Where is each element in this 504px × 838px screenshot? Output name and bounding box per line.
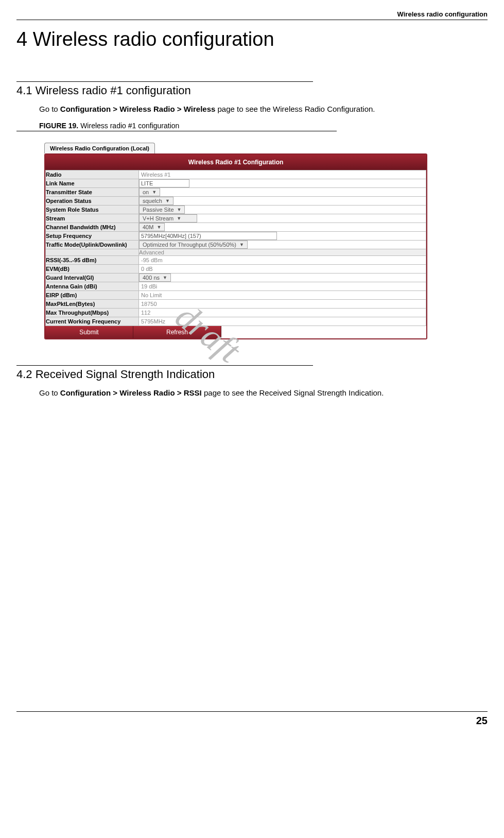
chevron-down-icon: ▼ [177, 216, 181, 221]
chevron-down-icon: ▼ [157, 225, 161, 230]
row-linkname: Link Name [46, 179, 426, 188]
label-evm: EVM(dB) [46, 265, 139, 273]
input-linkname[interactable] [139, 179, 189, 187]
value-gain: 19 dBi [139, 282, 159, 290]
value-rssi: -95 dBm [139, 256, 165, 264]
page-number: 25 [476, 715, 488, 726]
row-gi: Guard Interval(GI) 400 ns▼ [46, 273, 426, 282]
section-rule [16, 81, 313, 82]
section-41-title: 4.1 Wireless radio #1 configuration [16, 84, 488, 97]
label-radio: Radio [46, 170, 139, 179]
figure-label: FIGURE 19. [39, 122, 78, 130]
chevron-down-icon: ▼ [177, 207, 182, 212]
breadcrumb-path: Configuration > Wireless Radio > Wireles… [60, 105, 215, 113]
row-txstate: Transmitter State on▼ [46, 188, 426, 197]
advanced-label: Advanced [139, 249, 426, 256]
label-txstate: Transmitter State [46, 188, 139, 197]
input-freq[interactable] [139, 232, 277, 240]
config-panel: Wireless Radio #1 Configuration Radio Wi… [44, 153, 427, 339]
select-value: 40M [143, 224, 153, 230]
select-opstatus[interactable]: squelch▼ [139, 197, 173, 205]
label-traffic: Traffic Mode(Uplink/Downlink) [46, 241, 139, 249]
select-traffic[interactable]: Optimized for Throughput (50%/50%)▼ [139, 241, 248, 249]
label-maxtp: Max Throughput(Mbps) [46, 309, 139, 317]
config-table: Radio Wireless #1 Link Name Transmitter … [45, 170, 426, 326]
label-eirp: EIRP (dBm) [46, 291, 139, 300]
text: Go to [39, 105, 60, 113]
figure-title: Wireless radio #1 configuration [78, 122, 179, 130]
select-value: 400 ns [143, 275, 160, 281]
label-maxpkt: MaxPktLen(Bytes) [46, 300, 139, 309]
row-traffic: Traffic Mode(Uplink/Downlink) Optimized … [46, 241, 426, 249]
chevron-down-icon: ▼ [152, 190, 157, 195]
label-cwf: Current Working Frequency [46, 317, 139, 326]
value-maxpkt: 18750 [139, 300, 159, 308]
section-rule [16, 365, 313, 366]
row-radio: Radio Wireless #1 [46, 170, 426, 179]
row-maxpkt: MaxPktLen(Bytes) 18750 [46, 300, 426, 309]
chevron-down-icon: ▼ [163, 275, 167, 280]
select-bw[interactable]: 40M▼ [139, 223, 165, 231]
select-value: Optimized for Throughput (50%/50%) [143, 242, 236, 248]
select-gi[interactable]: 400 ns▼ [139, 273, 171, 282]
value-cwf: 5795MHz [139, 317, 167, 326]
breadcrumb-path: Configuration > Wireless Radio > RSSI [60, 388, 202, 397]
label-freq: Setup Frequency [46, 232, 139, 241]
chapter-title: 4 Wireless radio configuration [16, 28, 488, 50]
submit-button[interactable]: Submit [45, 326, 133, 338]
select-role[interactable]: Passive Site▼ [139, 206, 185, 214]
text: page to see the Wireless Radio Configura… [215, 105, 375, 113]
label-bw: Channel Bandwidth (MHz) [46, 223, 139, 232]
select-value: squelch [143, 198, 162, 204]
row-freq: Setup Frequency [46, 232, 426, 241]
row-role: System Role Status Passive Site▼ [46, 206, 426, 214]
figure-19: Wireless Radio Configuration (Local) Wir… [44, 143, 427, 339]
chevron-down-icon: ▼ [239, 242, 244, 247]
figure-19-caption: FIGURE 19. Wireless radio #1 configurati… [39, 122, 488, 130]
row-opstatus: Operation Status squelch▼ [46, 197, 426, 206]
figure-rule [16, 131, 337, 131]
row-cwf: Current Working Frequency 5795MHz [46, 317, 426, 326]
label-linkname: Link Name [46, 179, 139, 188]
row-evm: EVM(dB) 0 dB [46, 265, 426, 273]
spacer [221, 326, 426, 338]
row-rssi: RSSI(-35..-95 dBm) -95 dBm [46, 256, 426, 265]
section-41-body: Go to Configuration > Wireless Radio > W… [39, 105, 488, 113]
label-rssi: RSSI(-35..-95 dBm) [46, 256, 139, 265]
select-value: on [143, 189, 149, 195]
panel-title: Wireless Radio #1 Configuration [45, 155, 426, 170]
select-stream[interactable]: V+H Stream▼ [139, 214, 197, 223]
label-opstatus: Operation Status [46, 197, 139, 206]
footer: 25 [16, 711, 488, 727]
value-maxtp: 112 [139, 309, 152, 317]
row-gain: Antenna Gain (dBi) 19 dBi [46, 282, 426, 291]
chevron-down-icon: ▼ [165, 198, 170, 203]
select-value: Passive Site [143, 207, 174, 213]
label-gain: Antenna Gain (dBi) [46, 282, 139, 291]
select-value: V+H Stream [143, 215, 173, 221]
row-eirp: EIRP (dBm) No Limit [46, 291, 426, 300]
select-txstate[interactable]: on▼ [139, 188, 160, 196]
row-advanced: Advanced [46, 249, 426, 256]
value-evm: 0 dB [139, 265, 155, 273]
text: page to see the Received Signal Strength… [202, 388, 384, 397]
label-blank [46, 249, 139, 256]
row-stream: Stream V+H Stream▼ [46, 214, 426, 223]
button-row: Submit Refresh [45, 326, 426, 338]
config-tab[interactable]: Wireless Radio Configuration (Local) [44, 143, 155, 153]
text: Go to [39, 388, 60, 397]
header-rule [16, 20, 488, 20]
value-eirp: No Limit [139, 291, 164, 299]
label-gi: Guard Interval(GI) [46, 273, 139, 282]
row-maxtp: Max Throughput(Mbps) 112 [46, 309, 426, 317]
running-head: Wireless radio configuration [16, 10, 488, 18]
section-42-body: Go to Configuration > Wireless Radio > R… [39, 388, 488, 397]
value-radio: Wireless #1 [139, 170, 172, 179]
label-stream: Stream [46, 214, 139, 223]
section-42-title: 4.2 Received Signal Strength Indication [16, 368, 488, 381]
label-role: System Role Status [46, 206, 139, 214]
row-bw: Channel Bandwidth (MHz) 40M▼ [46, 223, 426, 232]
refresh-button[interactable]: Refresh [133, 326, 221, 338]
